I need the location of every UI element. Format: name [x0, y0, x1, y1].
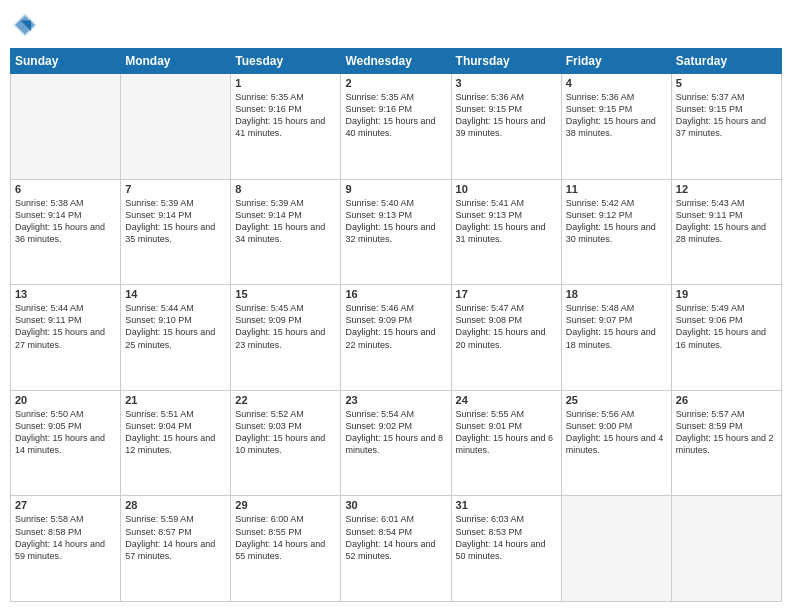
day-number: 11: [566, 183, 667, 195]
calendar-cell: 4Sunrise: 5:36 AMSunset: 9:15 PMDaylight…: [561, 74, 671, 180]
calendar-cell: 9Sunrise: 5:40 AMSunset: 9:13 PMDaylight…: [341, 179, 451, 285]
day-number: 29: [235, 499, 336, 511]
cell-info: Sunrise: 5:46 AMSunset: 9:09 PMDaylight:…: [345, 302, 446, 351]
cell-info: Sunrise: 5:45 AMSunset: 9:09 PMDaylight:…: [235, 302, 336, 351]
weekday-row: SundayMondayTuesdayWednesdayThursdayFrid…: [11, 49, 782, 74]
cell-info: Sunrise: 5:37 AMSunset: 9:15 PMDaylight:…: [676, 91, 777, 140]
calendar-cell: 26Sunrise: 5:57 AMSunset: 8:59 PMDayligh…: [671, 390, 781, 496]
day-number: 16: [345, 288, 446, 300]
calendar-cell: 6Sunrise: 5:38 AMSunset: 9:14 PMDaylight…: [11, 179, 121, 285]
calendar-cell: 3Sunrise: 5:36 AMSunset: 9:15 PMDaylight…: [451, 74, 561, 180]
calendar-cell: 2Sunrise: 5:35 AMSunset: 9:16 PMDaylight…: [341, 74, 451, 180]
calendar-cell: 18Sunrise: 5:48 AMSunset: 9:07 PMDayligh…: [561, 285, 671, 391]
day-number: 25: [566, 394, 667, 406]
day-number: 21: [125, 394, 226, 406]
cell-info: Sunrise: 5:39 AMSunset: 9:14 PMDaylight:…: [125, 197, 226, 246]
day-number: 27: [15, 499, 116, 511]
day-number: 14: [125, 288, 226, 300]
cell-info: Sunrise: 5:35 AMSunset: 9:16 PMDaylight:…: [235, 91, 336, 140]
cell-info: Sunrise: 5:39 AMSunset: 9:14 PMDaylight:…: [235, 197, 336, 246]
day-number: 19: [676, 288, 777, 300]
cell-info: Sunrise: 5:40 AMSunset: 9:13 PMDaylight:…: [345, 197, 446, 246]
cell-info: Sunrise: 5:48 AMSunset: 9:07 PMDaylight:…: [566, 302, 667, 351]
calendar-cell: 30Sunrise: 6:01 AMSunset: 8:54 PMDayligh…: [341, 496, 451, 602]
day-number: 24: [456, 394, 557, 406]
calendar-cell: 5Sunrise: 5:37 AMSunset: 9:15 PMDaylight…: [671, 74, 781, 180]
calendar-cell: 17Sunrise: 5:47 AMSunset: 9:08 PMDayligh…: [451, 285, 561, 391]
cell-info: Sunrise: 5:51 AMSunset: 9:04 PMDaylight:…: [125, 408, 226, 457]
day-number: 8: [235, 183, 336, 195]
calendar-cell: [11, 74, 121, 180]
calendar-cell: 29Sunrise: 6:00 AMSunset: 8:55 PMDayligh…: [231, 496, 341, 602]
calendar-cell: 15Sunrise: 5:45 AMSunset: 9:09 PMDayligh…: [231, 285, 341, 391]
calendar-cell: 31Sunrise: 6:03 AMSunset: 8:53 PMDayligh…: [451, 496, 561, 602]
calendar-header: SundayMondayTuesdayWednesdayThursdayFrid…: [11, 49, 782, 74]
day-number: 4: [566, 77, 667, 89]
day-number: 7: [125, 183, 226, 195]
cell-info: Sunrise: 5:44 AMSunset: 9:11 PMDaylight:…: [15, 302, 116, 351]
day-number: 9: [345, 183, 446, 195]
calendar-cell: 24Sunrise: 5:55 AMSunset: 9:01 PMDayligh…: [451, 390, 561, 496]
day-number: 28: [125, 499, 226, 511]
day-number: 20: [15, 394, 116, 406]
weekday-thursday: Thursday: [451, 49, 561, 74]
calendar-body: 1Sunrise: 5:35 AMSunset: 9:16 PMDaylight…: [11, 74, 782, 602]
calendar-cell: 22Sunrise: 5:52 AMSunset: 9:03 PMDayligh…: [231, 390, 341, 496]
cell-info: Sunrise: 5:54 AMSunset: 9:02 PMDaylight:…: [345, 408, 446, 457]
page: SundayMondayTuesdayWednesdayThursdayFrid…: [0, 0, 792, 612]
day-number: 26: [676, 394, 777, 406]
day-number: 6: [15, 183, 116, 195]
calendar-cell: 23Sunrise: 5:54 AMSunset: 9:02 PMDayligh…: [341, 390, 451, 496]
cell-info: Sunrise: 6:01 AMSunset: 8:54 PMDaylight:…: [345, 513, 446, 562]
calendar-week-row: 27Sunrise: 5:58 AMSunset: 8:58 PMDayligh…: [11, 496, 782, 602]
calendar-cell: 13Sunrise: 5:44 AMSunset: 9:11 PMDayligh…: [11, 285, 121, 391]
day-number: 3: [456, 77, 557, 89]
calendar-cell: 19Sunrise: 5:49 AMSunset: 9:06 PMDayligh…: [671, 285, 781, 391]
cell-info: Sunrise: 5:47 AMSunset: 9:08 PMDaylight:…: [456, 302, 557, 351]
logo: [10, 10, 44, 40]
cell-info: Sunrise: 5:52 AMSunset: 9:03 PMDaylight:…: [235, 408, 336, 457]
logo-icon: [10, 10, 40, 40]
day-number: 18: [566, 288, 667, 300]
weekday-tuesday: Tuesday: [231, 49, 341, 74]
calendar-cell: 21Sunrise: 5:51 AMSunset: 9:04 PMDayligh…: [121, 390, 231, 496]
cell-info: Sunrise: 5:38 AMSunset: 9:14 PMDaylight:…: [15, 197, 116, 246]
day-number: 23: [345, 394, 446, 406]
cell-info: Sunrise: 5:57 AMSunset: 8:59 PMDaylight:…: [676, 408, 777, 457]
day-number: 22: [235, 394, 336, 406]
cell-info: Sunrise: 5:50 AMSunset: 9:05 PMDaylight:…: [15, 408, 116, 457]
calendar-cell: 14Sunrise: 5:44 AMSunset: 9:10 PMDayligh…: [121, 285, 231, 391]
cell-info: Sunrise: 6:00 AMSunset: 8:55 PMDaylight:…: [235, 513, 336, 562]
cell-info: Sunrise: 5:55 AMSunset: 9:01 PMDaylight:…: [456, 408, 557, 457]
calendar-week-row: 13Sunrise: 5:44 AMSunset: 9:11 PMDayligh…: [11, 285, 782, 391]
weekday-monday: Monday: [121, 49, 231, 74]
day-number: 13: [15, 288, 116, 300]
weekday-friday: Friday: [561, 49, 671, 74]
day-number: 5: [676, 77, 777, 89]
cell-info: Sunrise: 6:03 AMSunset: 8:53 PMDaylight:…: [456, 513, 557, 562]
day-number: 17: [456, 288, 557, 300]
cell-info: Sunrise: 5:59 AMSunset: 8:57 PMDaylight:…: [125, 513, 226, 562]
calendar-cell: 12Sunrise: 5:43 AMSunset: 9:11 PMDayligh…: [671, 179, 781, 285]
weekday-wednesday: Wednesday: [341, 49, 451, 74]
cell-info: Sunrise: 5:56 AMSunset: 9:00 PMDaylight:…: [566, 408, 667, 457]
day-number: 1: [235, 77, 336, 89]
calendar-week-row: 1Sunrise: 5:35 AMSunset: 9:16 PMDaylight…: [11, 74, 782, 180]
cell-info: Sunrise: 5:58 AMSunset: 8:58 PMDaylight:…: [15, 513, 116, 562]
day-number: 31: [456, 499, 557, 511]
weekday-sunday: Sunday: [11, 49, 121, 74]
calendar-week-row: 20Sunrise: 5:50 AMSunset: 9:05 PMDayligh…: [11, 390, 782, 496]
weekday-saturday: Saturday: [671, 49, 781, 74]
calendar-cell: 8Sunrise: 5:39 AMSunset: 9:14 PMDaylight…: [231, 179, 341, 285]
cell-info: Sunrise: 5:41 AMSunset: 9:13 PMDaylight:…: [456, 197, 557, 246]
calendar-table: SundayMondayTuesdayWednesdayThursdayFrid…: [10, 48, 782, 602]
day-number: 15: [235, 288, 336, 300]
calendar-cell: 1Sunrise: 5:35 AMSunset: 9:16 PMDaylight…: [231, 74, 341, 180]
day-number: 12: [676, 183, 777, 195]
day-number: 10: [456, 183, 557, 195]
calendar-week-row: 6Sunrise: 5:38 AMSunset: 9:14 PMDaylight…: [11, 179, 782, 285]
calendar-cell: [671, 496, 781, 602]
cell-info: Sunrise: 5:44 AMSunset: 9:10 PMDaylight:…: [125, 302, 226, 351]
day-number: 30: [345, 499, 446, 511]
day-number: 2: [345, 77, 446, 89]
